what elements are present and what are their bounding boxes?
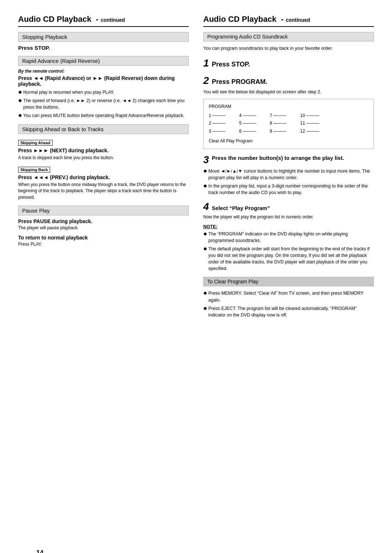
step3-heading-row: 3 Press the number button(s) to arrange … [203, 154, 374, 166]
note-label-text: NOTE: [203, 224, 217, 229]
rapid-advance-heading: Press ◄◄ (Rapid Advance) or ►► (Rapid Re… [18, 75, 189, 87]
press-stop-label: Press STOP. [18, 45, 189, 51]
left-title-text: Audio CD Playback [18, 15, 91, 24]
prog-cell-2-3: 12 ——— [300, 128, 326, 136]
step1-text: Press STOP. [212, 61, 250, 68]
step4-heading-text: Select “Play Program” [212, 205, 270, 211]
rapid-bullet-text-2: You can press MUTE button before operati… [23, 112, 184, 119]
to-clear-bar-text: To Clear Program Play [207, 279, 258, 284]
bullet-icon: ● [203, 290, 208, 296]
bullet-icon: ● [203, 167, 208, 174]
left-column: Audio CD Playback - continued Stopping P… [18, 15, 189, 320]
step3-bullets: ● Move ◄/►/▲/▼ cursor buttons to highlig… [203, 168, 374, 196]
step2-text: Press PROGRAM. [212, 78, 268, 86]
press-prev-detail: When you press the button once midway th… [18, 182, 189, 201]
step4-detail: Now the player will play the program lis… [203, 214, 374, 220]
prog-cell-0-3: 10 ——— [300, 112, 326, 120]
rapid-title: Rapid Advance (Rapid Reverse) [22, 58, 100, 64]
programming-bar: Programming Audio CD Soundtrack [203, 32, 374, 41]
skipping-ahead-label: Skipping Ahead [18, 140, 53, 146]
note-bullet-1: ● The default playback order will start … [203, 246, 374, 272]
page-number: 14 [36, 549, 44, 553]
left-main-heading: Audio CD Playback - continued [18, 15, 189, 27]
skipping-title: Skipping Ahead or Back to Tracks [22, 126, 103, 132]
prog-cell-2-1: 6 ——— [239, 128, 265, 136]
note-bullet-0: ● The “PROGRAM” indicator on the DVD dis… [203, 231, 374, 244]
clear-bullet-0: ● Press MEMORY. Select “Clear All” from … [203, 290, 374, 303]
note-bullet-text-0: The “PROGRAM” indicator on the DVD displ… [208, 231, 374, 244]
stopping-title: Stopping Playback [22, 34, 67, 40]
press-prev-heading: Press ◄◄◄ (PREV.) during playback. [18, 174, 189, 180]
press-pause-heading: Press PAUSE during playback. [18, 218, 189, 224]
step3-heading-text: Press the number button(s) to arrange th… [212, 154, 344, 162]
rapid-bullet-0: ● Normal play is resumed when you play P… [18, 89, 189, 96]
press-next-detail: A track is skipped each time you press t… [18, 155, 189, 161]
pause-title: Pause Play [22, 207, 50, 214]
prog-cell-1-2: 8 ——— [270, 120, 295, 128]
rapid-bullets: ● Normal play is resumed when you play P… [18, 89, 189, 119]
prog-cell-1-3: 11 ——— [300, 120, 326, 128]
bullet-icon: ● [203, 305, 208, 311]
rapid-bullet-text-1: The speed of forward (i.e. ►► 2) or reve… [23, 97, 189, 110]
note-label: NOTE: [203, 224, 374, 229]
press-next-heading: Press ►►► (NEXT) during playback. [18, 148, 189, 153]
programming-bar-text: Programming Audio CD Soundtrack [207, 34, 288, 40]
press-pause-detail: The player will pause playback. [18, 225, 189, 231]
return-normal-heading: To return to normal playback [18, 235, 189, 241]
program-row-2: 3 ——— 6 ——— 9 ——— 12 ——— [209, 128, 368, 136]
prog-cell-0-0: 1 ——— [209, 112, 234, 120]
stopping-section-bar: Stopping Playback [18, 32, 189, 42]
step3-number: 3 [203, 154, 209, 166]
program-row-1: 2 ——— 5 ——— 8 ——— 11 ——— [209, 120, 368, 128]
prog-cell-0-2: 7 ——— [270, 112, 295, 120]
bullet-icon: ● [203, 182, 208, 189]
rapid-section-bar: Rapid Advance (Rapid Reverse) [18, 56, 189, 66]
rapid-bullet-1: ● The speed of forward (i.e. ►► 2) or re… [18, 97, 189, 110]
bullet-icon: ● [18, 112, 23, 118]
clear-bullet-1: ● Press EJECT. The program list will be … [203, 305, 374, 318]
rapid-bullet-text-0: Normal play is resumed when you play PLA… [23, 89, 114, 96]
left-continued: continued [101, 17, 125, 23]
program-label: PROGRAM [209, 103, 368, 110]
step1-number: 1 [203, 57, 209, 69]
bullet-icon: ● [203, 245, 208, 252]
step4-number: 4 [203, 201, 209, 213]
intro-text: You can program soundtracks to play back… [203, 45, 374, 52]
step3-bullet-text-1: In the program play list, input a 3-digi… [208, 183, 374, 196]
skipping-section-bar: Skipping Ahead or Back to Tracks [18, 124, 189, 134]
step2-detail: You will see the below list displayed on… [203, 89, 374, 95]
bullet-icon: ● [203, 230, 208, 237]
step3-bullet-1: ● In the program play list, input a 3-di… [203, 183, 374, 196]
step3-bullet-0: ● Move ◄/►/▲/▼ cursor buttons to highlig… [203, 168, 374, 181]
right-main-heading: Audio CD Playback - continued [203, 15, 374, 27]
prog-cell-2-2: 9 ——— [270, 128, 295, 136]
clear-bullets: ● Press MEMORY. Select “Clear All” from … [203, 290, 374, 318]
right-continued: continued [286, 17, 310, 23]
rapid-bullet-2: ● You can press MUTE button before opera… [18, 112, 189, 119]
program-bottom: Clear All Play Program [209, 137, 368, 145]
pause-section-bar: Pause Play [18, 206, 189, 215]
bullet-icon: ● [18, 97, 23, 104]
page-layout: Audio CD Playback - continued Stopping P… [18, 15, 374, 320]
by-remote-label: By the remote control: [18, 69, 189, 74]
to-clear-bar: To Clear Program Play [203, 277, 374, 286]
note-bullets: ● The “PROGRAM” indicator on the DVD dis… [203, 231, 374, 272]
skipping-back-label: Skipping Back [18, 167, 50, 173]
program-row-0: 1 ——— 4 ——— 7 ——— 10 ——— [209, 112, 368, 120]
clear-bullet-text-0: Press MEMORY. Select “Clear All” from TV… [208, 290, 374, 303]
step4-heading-row: 4 Select “Play Program” [203, 201, 374, 213]
step1-heading: 1 Press STOP. [203, 57, 374, 69]
prog-cell-0-1: 4 ——— [239, 112, 265, 120]
clear-bullet-text-1: Press EJECT. The program list will be cl… [208, 305, 374, 318]
return-normal-detail: Press PLAY. [18, 241, 189, 247]
prog-cell-1-0: 2 ——— [209, 120, 234, 128]
step2-heading: 2 Press PROGRAM. [203, 75, 374, 86]
prog-cell-2-0: 3 ——— [209, 128, 234, 136]
right-column: Audio CD Playback - continued Programmin… [203, 15, 374, 320]
right-title-text: Audio CD Playback [203, 15, 277, 24]
program-box: PROGRAM 1 ——— 4 ——— 7 ——— 10 ——— 2 ——— 5… [203, 99, 374, 149]
step3-bullet-text-0: Move ◄/►/▲/▼ cursor buttons to highlight… [208, 168, 374, 181]
note-bullet-text-1: The default playback order will start fr… [208, 246, 374, 272]
bullet-icon: ● [18, 89, 23, 95]
prog-cell-1-1: 5 ——— [239, 120, 265, 128]
